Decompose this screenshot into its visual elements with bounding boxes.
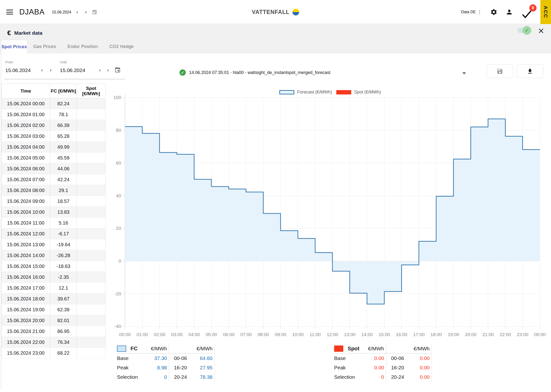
forecast-source-select[interactable]: ✓ 14.06.2024 07:35:01 - hta00 - wattsigh…: [180, 69, 330, 76]
x-axis-label: 14:00: [361, 332, 373, 337]
table-cell: [77, 261, 106, 272]
table-row[interactable]: 15.06.2024 23:0068.22: [1, 348, 106, 358]
x-axis-label: 09:00: [275, 332, 286, 337]
table-row[interactable]: 15.06.2024 21:0086.95: [1, 326, 106, 337]
app-title: DJABA: [19, 8, 45, 16]
save-button[interactable]: [486, 64, 513, 78]
table-row[interactable]: 15.06.2024 22:0076.34: [1, 337, 106, 348]
vattenfall-logo: VATTENFALL: [252, 0, 299, 24]
table-cell: 15.06.2024 01:00: [1, 109, 50, 120]
table-row[interactable]: 15.06.2024 15:00-18.63: [1, 261, 106, 272]
table-row[interactable]: 15.06.2024 17:0012.1: [1, 283, 106, 294]
table-row[interactable]: 15.06.2024 09:0018.57: [1, 196, 106, 207]
col-time: Time: [1, 84, 50, 98]
table-row[interactable]: 15.06.2024 04:0049.99: [1, 142, 106, 153]
table-row[interactable]: 15.06.2024 03:0065.28: [1, 131, 106, 142]
table-cell: [77, 283, 106, 294]
table-cell: -6.17: [50, 228, 77, 239]
table-cell: 44.06: [50, 163, 77, 174]
from-next-icon[interactable]: [48, 67, 54, 73]
global-date-value[interactable]: 15.06.2024: [52, 10, 71, 14]
dropdown-caret-icon[interactable]: [462, 72, 466, 74]
fc-period-2024: 20-24: [169, 372, 192, 382]
table-row[interactable]: 15.06.2024 02:0066.39: [1, 120, 106, 131]
table-cell: [77, 326, 106, 337]
table-row[interactable]: 15.06.2024 11:005.16: [1, 217, 106, 228]
fc-swatch: [117, 345, 126, 352]
environment-tab-acc[interactable]: ACC: [540, 0, 551, 24]
table-row[interactable]: 15.06.2024 07:0042.24: [1, 174, 106, 185]
hamburger-menu-icon[interactable]: [6, 10, 13, 14]
from-label: From: [5, 60, 13, 64]
table-cell: [77, 109, 106, 120]
table-cell: [77, 304, 106, 315]
region-selector[interactable]: Data DE ⋮: [461, 10, 482, 14]
table-cell: 15.06.2024 10:00: [1, 207, 50, 217]
table-cell: -26.28: [50, 250, 77, 261]
table-cell: [77, 185, 106, 196]
table-cell: [77, 207, 106, 217]
panel-enabled-toggle[interactable]: ✓: [517, 27, 531, 34]
settings-gear-icon[interactable]: [490, 8, 497, 16]
spot-summary-label: Spot: [348, 345, 359, 352]
table-cell: 68.22: [50, 348, 77, 358]
kebab-menu-icon[interactable]: ⋮: [477, 10, 482, 14]
table-cell: 15.06.2024 05:00: [1, 153, 50, 163]
spot-unit-2: €/MWh: [409, 344, 432, 353]
calendar-icon[interactable]: [92, 10, 97, 15]
from-prev-icon[interactable]: [39, 67, 45, 73]
table-row[interactable]: 15.06.2024 13:00-19.64: [1, 239, 106, 250]
fc-period-1620: 16-20: [169, 363, 192, 372]
table-cell: [77, 348, 106, 358]
range-calendar-icon[interactable]: [114, 67, 121, 74]
table-cell: 15.06.2024 00:00: [1, 98, 50, 109]
table-cell: 15.06.2024 15:00: [1, 261, 50, 272]
table-row[interactable]: 15.06.2024 20:0082.01: [1, 315, 106, 326]
table-cell: 15.06.2024 14:00: [1, 250, 50, 261]
x-axis-label: 00:00: [534, 332, 546, 337]
date-next-icon[interactable]: [83, 10, 88, 15]
table-row[interactable]: 15.06.2024 01:0078.1: [1, 109, 106, 120]
table-row[interactable]: 15.06.2024 14:00-26.28: [1, 250, 106, 261]
tab-spot-prices[interactable]: Spot Prices: [1, 40, 28, 54]
tasks-check-button[interactable]: 0: [521, 4, 536, 20]
table-row[interactable]: 15.06.2024 05:0045.59: [1, 153, 106, 163]
date-prev-icon[interactable]: [74, 10, 80, 15]
download-button[interactable]: [517, 64, 543, 78]
table-cell: 15.06.2024 09:00: [1, 196, 50, 207]
table-row[interactable]: 15.06.2024 10:0013.83: [1, 207, 106, 217]
until-prev-icon[interactable]: [97, 67, 103, 73]
from-input[interactable]: 15.06.2024: [5, 67, 31, 73]
forecast-chart[interactable]: 100806040200-20-4000:0001:0002:0003:0004…: [106, 92, 550, 341]
tab-gas-prices[interactable]: Gas Prices: [28, 40, 62, 54]
table-row[interactable]: 15.06.2024 19:0062.39: [1, 304, 106, 315]
table-row[interactable]: 15.06.2024 18:0039.67: [1, 294, 106, 304]
x-axis-label: 20:00: [465, 332, 477, 337]
until-next-icon[interactable]: [105, 67, 111, 73]
until-input[interactable]: 15.06.2024: [60, 67, 85, 73]
fc-selection-label: Selection: [117, 372, 148, 382]
user-profile-icon[interactable]: [506, 8, 513, 16]
fc-peak-label: Peak: [117, 363, 148, 372]
spot-swatch: [334, 345, 343, 352]
tab-endur-position[interactable]: Endur Position: [62, 40, 103, 54]
price-table: Time FC [€/MWh] Spot [€/MWh] 15.06.2024 …: [1, 84, 106, 358]
close-icon[interactable]: [537, 27, 545, 35]
x-axis-label: 23:00: [517, 332, 529, 337]
x-axis-label: 13:00: [344, 332, 355, 337]
table-row[interactable]: 15.06.2024 06:0044.06: [1, 163, 106, 174]
table-cell: -19.64: [50, 239, 77, 250]
spot-2024-value: 0.00: [409, 372, 432, 382]
table-cell: 15.06.2024 06:00: [1, 163, 50, 174]
table-row[interactable]: 15.06.2024 16:00-2.35: [1, 272, 106, 283]
tab-co2-hedge[interactable]: CO2 Hedge: [104, 40, 139, 54]
table-row[interactable]: 15.06.2024 00:0082.24: [1, 98, 106, 109]
x-axis-label: 08:00: [258, 332, 269, 337]
y-axis-label: 20: [116, 226, 121, 231]
table-cell: 15.06.2024 21:00: [1, 326, 50, 337]
table-cell: 86.95: [50, 326, 77, 337]
table-cell: 15.06.2024 18:00: [1, 294, 50, 304]
table-row[interactable]: 15.06.2024 08:0029.1: [1, 185, 106, 196]
table-row[interactable]: 15.06.2024 12:00-6.17: [1, 228, 106, 239]
market-data-panel-header: € Market data ✓ Spot Prices Gas Prices E…: [0, 24, 551, 54]
